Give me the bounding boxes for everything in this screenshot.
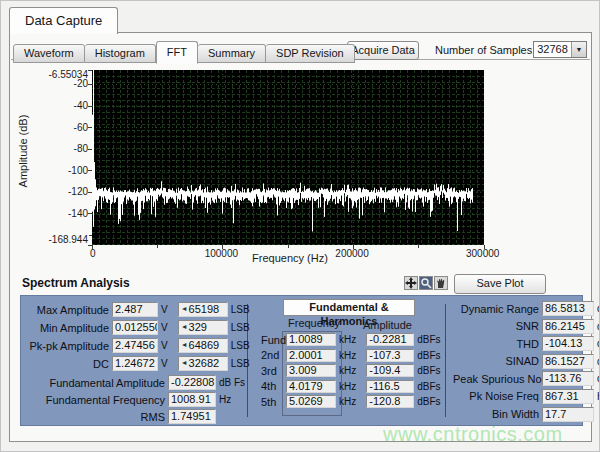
x-tick-mark (484, 245, 485, 249)
fft-plot-canvas[interactable] (92, 70, 484, 245)
h2-amplitude-field[interactable]: -107.3 (366, 349, 414, 362)
peak-spurious-noise-label: Peak Spurious Noise (453, 373, 539, 385)
y-tick-label: -80 (40, 143, 88, 154)
y-tick-label: -40 (40, 100, 88, 111)
snr-field[interactable]: 86.2145 (542, 319, 594, 334)
pkpk-amplitude-volts-field[interactable]: 2.47456 (112, 338, 158, 353)
peak-spurious-noise-field[interactable]: -113.76 (542, 371, 594, 386)
number-of-samples-dropdown[interactable]: 32768 ▼ (533, 41, 587, 58)
sinad-label: SINAD (453, 355, 539, 367)
dynamic-range-field[interactable]: 86.5813 (542, 301, 594, 316)
dc-volts-field[interactable]: 1.24672 (112, 356, 158, 371)
x-tick-mark (222, 245, 223, 249)
fundamental-harmonics-title: Fundamental & Harmonics (283, 299, 415, 316)
tab-data-capture[interactable]: Data Capture (9, 7, 118, 34)
stat-row: Fundamental Amplitude -0.22808 dB Fs (29, 375, 250, 390)
y-tick-mark (88, 106, 92, 107)
move-icon[interactable] (404, 276, 418, 290)
metric-row: Pk Noise Freq 867.31 Hz (453, 389, 600, 404)
tab-summary[interactable]: Summary (198, 44, 266, 63)
metric-row: THD -104.13 dB (453, 336, 600, 351)
y-axis-label: Amplitude (dB) (17, 101, 29, 201)
rms-label: RMS (29, 411, 165, 423)
y-tick-mark (88, 192, 92, 193)
left-arrow-icon: ◄ (181, 320, 188, 333)
volts-unit: V (161, 358, 168, 369)
h3-frequency-field[interactable]: 3.009 (286, 364, 336, 377)
pk-noise-freq-label: Pk Noise Freq (453, 390, 539, 402)
y-tick-mark (88, 70, 92, 71)
harmonic-row: 3rd 3.009 kHz -109.4 dBFs (261, 364, 441, 377)
pkpk-amplitude-label: Pk-pk Amplitude (29, 340, 109, 352)
fund-label: Fund (261, 334, 283, 346)
pan-icon[interactable] (434, 276, 448, 290)
sinad-field[interactable]: 86.1527 (542, 354, 594, 369)
number-of-samples-label: Number of Samples (435, 44, 532, 56)
fundamental-harmonics-group: Fundamental & Harmonics Frequency Amplit… (255, 296, 455, 425)
y-tick-mark (88, 149, 92, 150)
tab-sdp-revision[interactable]: SDP Revision (266, 44, 355, 63)
watermark: www.cntronics.com (383, 423, 563, 446)
min-amplitude-lsb-field[interactable]: ◄329 (178, 320, 228, 335)
h3-amplitude-field[interactable]: -109.4 (366, 364, 414, 377)
y-tick-label: -120 (40, 186, 88, 197)
dbfs-unit: dBFs (417, 334, 440, 345)
dbfs-unit: dBFs (417, 365, 440, 376)
metric-row: Bin Width 17.7 (453, 407, 600, 422)
fft-plot[interactable] (92, 70, 484, 245)
stat-row: Pk-pk Amplitude 2.47456 V ◄64869 LSB (29, 338, 250, 353)
fundamental-amplitude-field[interactable]: -0.22808 (168, 375, 216, 390)
x-minor-tick-mark (157, 245, 158, 248)
dbfs-unit: dB Fs (219, 377, 245, 388)
h5-frequency-field[interactable]: 5.0269 (286, 395, 336, 408)
h4-label: 4th (261, 380, 283, 392)
fund-amplitude-field[interactable]: -0.2281 (366, 333, 414, 346)
h2-label: 2nd (261, 349, 283, 361)
volts-unit: V (161, 340, 168, 351)
volts-unit: V (161, 322, 168, 333)
max-amplitude-lsb-field[interactable]: ◄65198 (178, 302, 228, 317)
max-amplitude-volts-field[interactable]: 2.487 (112, 302, 158, 317)
h4-amplitude-field[interactable]: -116.5 (366, 380, 414, 393)
min-amplitude-volts-field[interactable]: 0.0125504 (112, 320, 158, 335)
fundamental-frequency-field[interactable]: 1008.91 (168, 392, 216, 407)
acquire-data-button[interactable]: Acquire Data (347, 41, 419, 60)
dc-lsb-field[interactable]: ◄32682 (178, 356, 228, 371)
dynamic-range-label: Dynamic Range (453, 303, 539, 315)
h5-amplitude-field[interactable]: -120.8 (366, 395, 414, 408)
fund-frequency-field[interactable]: 1.0089 (286, 333, 336, 346)
y-tick-label: -60 (40, 122, 88, 133)
amplitude-stats-group: Max Amplitude 2.487 V ◄65198 LSB Min Amp… (29, 302, 250, 426)
fundamental-stats-group: Fundamental Amplitude -0.22808 dB Fs Fun… (29, 375, 250, 424)
tab-fft[interactable]: FFT (156, 41, 198, 64)
stat-row: DC 1.24672 V ◄32682 LSB (29, 356, 250, 371)
chevron-down-icon[interactable]: ▼ (571, 42, 586, 57)
y-tick-label: -100 (40, 165, 88, 176)
rms-field[interactable]: 1.74951 (168, 409, 216, 424)
y-minor-tick-mark (89, 235, 92, 236)
stat-row: Fundamental Frequency 1008.91 Hz (29, 392, 250, 407)
left-arrow-icon: ◄ (181, 302, 188, 315)
khz-unit: kHz (339, 396, 356, 407)
data-capture-window: { "window": { "tab": "Data Capture" }, "… (0, 0, 600, 452)
thd-field[interactable]: -104.13 (542, 336, 594, 351)
h2-frequency-field[interactable]: 2.0001 (286, 349, 336, 362)
pkpk-amplitude-lsb-field[interactable]: ◄64869 (178, 338, 228, 353)
harmonic-row: 4th 4.0179 kHz -116.5 dBFs (261, 380, 441, 393)
dbfs-unit: dBFs (417, 350, 440, 361)
y-tick-mark (88, 170, 92, 171)
metric-row: Peak Spurious Noise -113.76 dB (453, 371, 600, 386)
tab-waveform[interactable]: Waveform (13, 44, 85, 63)
x-minor-tick-mark (418, 245, 419, 248)
pk-noise-freq-field[interactable]: 867.31 (542, 389, 594, 404)
frequency-column-header: Frequency (288, 317, 340, 329)
zoom-icon[interactable] (419, 276, 433, 290)
save-plot-button[interactable]: Save Plot (454, 274, 546, 294)
x-tick-mark (92, 245, 93, 249)
x-minor-tick-mark (288, 245, 289, 248)
spectrum-analysis-panel: Max Amplitude 2.487 V ◄65198 LSB Min Amp… (20, 295, 583, 426)
amplitude-column-header: Amplitude (363, 319, 412, 331)
tab-histogram[interactable]: Histogram (85, 44, 156, 63)
bin-width-field[interactable]: 17.7 (542, 407, 594, 422)
h4-frequency-field[interactable]: 4.0179 (286, 380, 336, 393)
